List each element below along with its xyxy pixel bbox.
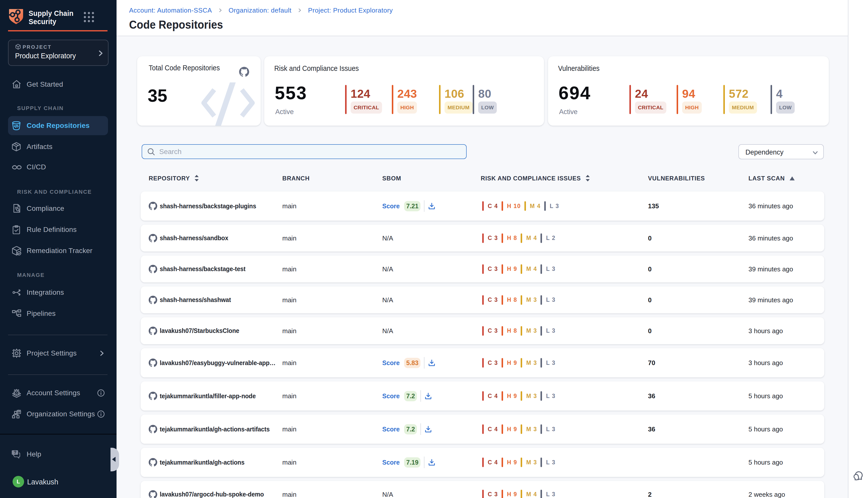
svg-text:?: ? xyxy=(14,450,16,455)
